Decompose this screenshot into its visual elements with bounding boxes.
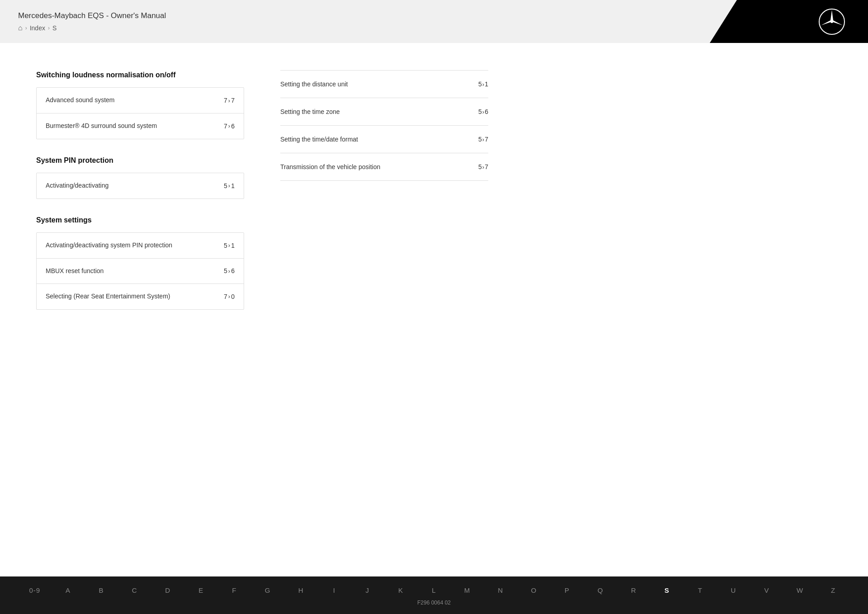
page-arrow-icon: ›	[482, 164, 484, 170]
list-item[interactable]: Burmester® 4D surround sound system 7›6	[37, 113, 244, 139]
alphabet-letter-h[interactable]: H	[284, 585, 318, 596]
item-page-activating: 5›1	[224, 182, 235, 189]
alphabet-letter-j[interactable]: J	[351, 585, 384, 596]
pin-list: Activating/deactivating 5›1	[36, 173, 244, 199]
breadcrumb-separator-1: ›	[25, 25, 27, 31]
list-item[interactable]: Advanced sound system 7›7	[37, 88, 244, 113]
breadcrumb: ⌂ › Index › S	[18, 24, 692, 32]
item-label-mbux: MBUX reset function	[46, 267, 215, 276]
alphabet-letter-m[interactable]: M	[451, 585, 484, 596]
alphabet-letter-z[interactable]: Z	[816, 585, 850, 596]
item-page-rse: 7›0	[224, 293, 235, 300]
section-heading-loudness: Switching loudness normalisation on/off	[36, 70, 244, 80]
document-code: F296 0064 02	[417, 600, 451, 606]
page-arrow-icon: ›	[228, 97, 230, 104]
alphabet-letter-p[interactable]: P	[551, 585, 584, 596]
loudness-list: Advanced sound system 7›7 Burmester® 4D …	[36, 87, 244, 139]
item-page-mbux: 5›6	[224, 267, 235, 274]
alphabet-letter-i[interactable]: I	[317, 585, 351, 596]
section-heading-pin: System PIN protection	[36, 156, 244, 165]
item-label-vehicle-position: Transmission of the vehicle position	[280, 163, 380, 170]
alphabet-letter-e[interactable]: E	[184, 585, 218, 596]
alphabet-nav: 0-9ABCDEFGHIJKLMNOPQRSTUVWZ	[18, 585, 850, 596]
breadcrumb-index[interactable]: Index	[30, 24, 45, 32]
item-label-burmester: Burmester® 4D surround sound system	[46, 122, 215, 131]
item-page-advanced-sound: 7›7	[224, 97, 235, 104]
page-arrow-icon: ›	[482, 81, 484, 88]
item-label-sys-pin: Activating/deactivating system PIN prote…	[46, 241, 215, 250]
list-item[interactable]: Activating/deactivating system PIN prote…	[37, 233, 244, 259]
header-left: Mercedes-Maybach EQS - Owner's Manual ⌂ …	[0, 0, 710, 43]
alphabet-letter-0-9[interactable]: 0-9	[18, 585, 52, 596]
page-arrow-icon: ›	[228, 123, 230, 129]
alphabet-letter-v[interactable]: V	[750, 585, 783, 596]
alphabet-letter-f[interactable]: F	[218, 585, 251, 596]
page-arrow-icon: ›	[228, 242, 230, 249]
alphabet-letter-k[interactable]: K	[384, 585, 418, 596]
list-item[interactable]: MBUX reset function 5›6	[37, 259, 244, 284]
item-label-rse: Selecting (Rear Seat Entertainment Syste…	[46, 292, 215, 301]
page-arrow-icon: ›	[228, 182, 230, 189]
alphabet-letter-a[interactable]: A	[52, 585, 85, 596]
right-column: Setting the distance unit 5›1 Setting th…	[280, 70, 488, 549]
header-logo	[710, 0, 868, 43]
item-page-distance: 5›1	[478, 80, 488, 88]
alphabet-letter-b[interactable]: B	[85, 585, 118, 596]
section-heading-settings: System settings	[36, 215, 244, 225]
page-number: 7	[224, 97, 227, 104]
item-page-sys-pin: 5›1	[224, 242, 235, 249]
alphabet-letter-g[interactable]: G	[251, 585, 284, 596]
alphabet-letter-w[interactable]: W	[783, 585, 817, 596]
alphabet-letter-n[interactable]: N	[484, 585, 517, 596]
alphabet-letter-d[interactable]: D	[151, 585, 184, 596]
list-item[interactable]: Transmission of the vehicle position 5›7	[280, 153, 488, 181]
alphabet-letter-s[interactable]: S	[650, 585, 684, 596]
left-column: Switching loudness normalisation on/off …	[36, 70, 244, 549]
document-title: Mercedes-Maybach EQS - Owner's Manual	[18, 11, 692, 20]
item-label-timezone: Setting the time zone	[280, 108, 340, 115]
svg-point-1	[830, 20, 833, 23]
page-arrow-icon: ›	[482, 109, 484, 115]
header: Mercedes-Maybach EQS - Owner's Manual ⌂ …	[0, 0, 868, 43]
alphabet-letter-l[interactable]: L	[417, 585, 451, 596]
main-content: Switching loudness normalisation on/off …	[0, 43, 868, 576]
breadcrumb-current: S	[52, 24, 57, 32]
alphabet-letter-q[interactable]: Q	[584, 585, 617, 596]
breadcrumb-separator-2: ›	[48, 25, 50, 31]
alphabet-letter-r[interactable]: R	[617, 585, 651, 596]
mercedes-star-icon	[818, 8, 845, 35]
item-page-timedate: 5›7	[478, 136, 488, 143]
item-label-timedate: Setting the time/date format	[280, 136, 358, 143]
item-page-timezone: 5›6	[478, 108, 488, 115]
page-arrow-icon: ›	[482, 136, 484, 143]
footer: 0-9ABCDEFGHIJKLMNOPQRSTUVWZ F296 0064 02	[0, 576, 868, 614]
list-item[interactable]: Setting the time zone 5›6	[280, 98, 488, 126]
list-item[interactable]: Setting the distance unit 5›1	[280, 70, 488, 98]
alphabet-letter-o[interactable]: O	[517, 585, 551, 596]
list-item[interactable]: Setting the time/date format 5›7	[280, 126, 488, 153]
alphabet-letter-t[interactable]: T	[684, 585, 717, 596]
item-page-burmester: 7›6	[224, 123, 235, 130]
item-page-vehicle-position: 5›7	[478, 163, 488, 170]
page-arrow-icon: ›	[228, 293, 230, 300]
alphabet-letter-u[interactable]: U	[717, 585, 750, 596]
item-label-advanced-sound: Advanced sound system	[46, 96, 215, 105]
item-label-activating: Activating/deactivating	[46, 181, 215, 190]
item-label-distance: Setting the distance unit	[280, 80, 348, 88]
list-item[interactable]: Selecting (Rear Seat Entertainment Syste…	[37, 284, 244, 309]
alphabet-letter-c[interactable]: C	[118, 585, 151, 596]
settings-list: Activating/deactivating system PIN prote…	[36, 232, 244, 310]
home-icon[interactable]: ⌂	[18, 24, 23, 32]
page-arrow-icon: ›	[228, 268, 230, 274]
list-item[interactable]: Activating/deactivating 5›1	[37, 173, 244, 198]
